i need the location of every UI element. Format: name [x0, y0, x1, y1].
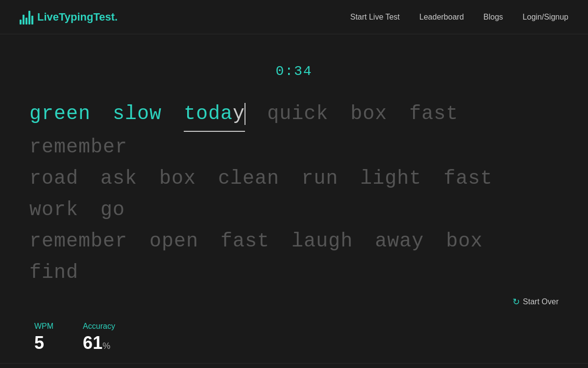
accuracy-block: Accuracy 61% [83, 322, 115, 353]
word-fast3: fast [220, 226, 270, 257]
word-away: away [375, 226, 424, 257]
word-open: open [149, 226, 198, 257]
wpm-block: WPM 5 [34, 322, 53, 353]
accuracy-label: Accuracy [83, 322, 115, 331]
word-fast1: fast [409, 98, 458, 130]
word-today: today [184, 98, 245, 132]
wpm-label: WPM [34, 322, 53, 331]
word-box1: box [350, 98, 387, 130]
word-run: run [301, 163, 338, 195]
word-box2: box [159, 163, 196, 195]
word-remember1: remember [29, 132, 127, 163]
words-container: green slow today quick box fast remember… [29, 98, 559, 289]
word-work: work [29, 195, 78, 226]
word-find: find [29, 257, 78, 289]
start-over-button[interactable]: ↻ Start Over [513, 296, 559, 307]
word-light: light [360, 163, 421, 195]
word-slow: slow [113, 98, 162, 130]
nav-blogs[interactable]: Blogs [484, 13, 503, 22]
word-ask: ask [100, 163, 137, 195]
main-nav: Start Live Test Leaderboard Blogs Login/… [350, 13, 568, 22]
word-go: go [100, 195, 125, 226]
logo[interactable]: LiveTypingTest. [20, 10, 118, 25]
word-clean: clean [218, 163, 279, 195]
logo-text: LiveTypingTest. [37, 11, 118, 24]
word-road: road [29, 163, 78, 195]
nav-leaderboard[interactable]: Leaderboard [419, 13, 464, 22]
word-laugh: laugh [292, 226, 353, 257]
footer: f | ◯ | △ | 𝕏 © Copyright 2025 Live Typi… [0, 363, 588, 368]
word-fast2: fast [443, 163, 492, 195]
stats-area: WPM 5 Accuracy 61% [29, 322, 559, 353]
start-over-area: ↻ Start Over [29, 296, 559, 307]
accuracy-value: 61% [83, 333, 115, 353]
nav-start-live-test[interactable]: Start Live Test [350, 13, 400, 22]
wpm-value: 5 [34, 333, 53, 353]
word-remember2: remember [29, 226, 127, 257]
logo-icon [20, 10, 33, 25]
word-green: green [29, 98, 91, 130]
word-box3: box [446, 226, 483, 257]
nav-login-signup[interactable]: Login/Signup [523, 13, 568, 22]
word-quick: quick [267, 98, 328, 130]
refresh-icon: ↻ [513, 296, 520, 307]
timer-display: 0:34 [275, 64, 312, 79]
